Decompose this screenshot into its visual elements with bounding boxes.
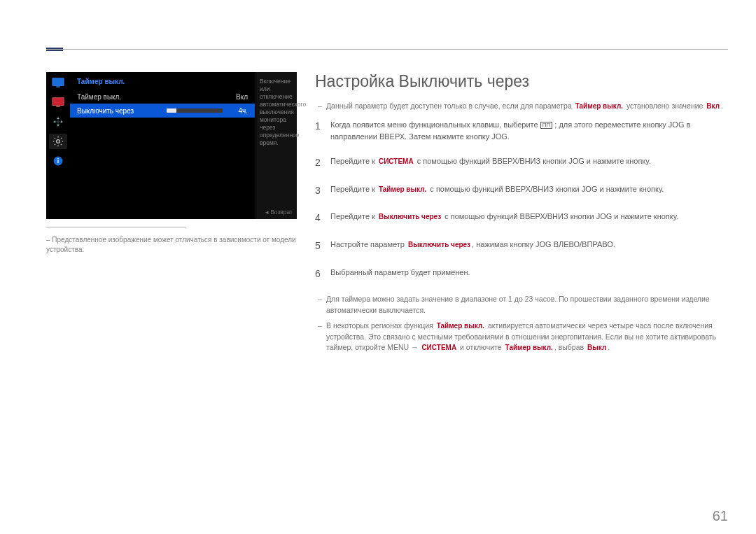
step-text: Перейдите к (330, 212, 377, 220)
figure-caption: – Представленное изображение может отлич… (46, 235, 298, 255)
osd-row-value: 4ч. (227, 107, 248, 115)
position-icon (49, 114, 67, 129)
osd-panel-title: Таймер выкл. (70, 72, 255, 90)
intro-note-a: Данный параметр будет доступен только в … (326, 101, 572, 110)
token-off: Выкл (586, 344, 608, 351)
step-body: Перейдите к СИСТЕМА с помощью функций ВВ… (330, 155, 728, 167)
svg-point-4 (57, 140, 60, 143)
osd-return-hint: ◂ Возврат (265, 209, 293, 216)
footer-note-2a: В некоторых регионах функция (326, 321, 433, 330)
step-number: 6 (315, 267, 330, 282)
token-turn-off-after: Выключить через (407, 241, 472, 248)
token-off-timer: Таймер выкл. (377, 185, 428, 193)
osd-slider-fill (167, 108, 176, 113)
osd-help-panel: Включение или отключение автоматического… (255, 72, 297, 219)
step-text: Перейдите к (330, 185, 377, 193)
info-icon: i (49, 153, 67, 169)
osd-icon-rail: i (46, 72, 70, 219)
svg-text:i: i (57, 157, 59, 164)
step-body: Когда появится меню функциональных клави… (330, 119, 728, 143)
header-rule (46, 49, 728, 50)
step-number: 2 (315, 155, 330, 171)
step-text: с помощью функций ВВЕРХ/ВНИЗ кнопки JOG … (415, 157, 651, 165)
page-number: 61 (713, 508, 728, 524)
osd-row-label: Выключить через (77, 107, 162, 115)
footer-note-2d: , выбрав (554, 343, 584, 351)
step-body: Перейдите к Таймер выкл. с помощью функц… (330, 183, 728, 195)
footer-note-1: Для таймера можно задать значение в диап… (315, 294, 728, 316)
step-text: с помощью функций ВВЕРХ/ВНИЗ кнопки JOG … (442, 212, 678, 220)
step-text: Выбранный параметр будет применен. (330, 268, 470, 276)
svg-rect-3 (56, 106, 59, 106)
svg-rect-1 (56, 86, 59, 87)
step-body: Выбранный параметр будет применен. (330, 267, 728, 279)
footer-note-1-text: Для таймера можно задать значение в диап… (326, 295, 710, 314)
page-title: Настройка Выключить через (315, 72, 728, 91)
step-number: 3 (315, 183, 330, 199)
step-number: 4 (315, 211, 330, 226)
osd-return-label: Возврат (270, 209, 293, 216)
caption-rule (46, 227, 186, 227)
svg-rect-0 (52, 78, 64, 86)
step-text: , нажимая кнопку JOG ВЛЕВО/ВПРАВО. (472, 240, 615, 248)
step-text: Когда появится меню функциональных клави… (330, 120, 540, 129)
step-body: Перейдите к Выключить через с помощью фу… (330, 211, 728, 223)
token-system: СИСТЕМА (420, 344, 458, 351)
step-2: 2 Перейдите к СИСТЕМА с помощью функций … (315, 155, 728, 171)
token-on: Вкл (705, 102, 721, 110)
menu-icon: ΠΠ (540, 122, 553, 129)
picture-icon (49, 75, 67, 90)
settings-icon (49, 134, 67, 149)
step-4: 4 Перейдите к Выключить через с помощью … (315, 211, 728, 226)
token-off-timer: Таймер выкл. (435, 322, 486, 330)
steps-list: 1 Когда появится меню функциональных кла… (315, 119, 728, 282)
svg-rect-2 (52, 98, 64, 106)
osd-main-panel: Таймер выкл. Таймер выкл. Вкл Выключить … (70, 72, 255, 219)
osd-row-value: Вкл (227, 93, 248, 101)
step-3: 3 Перейдите к Таймер выкл. с помощью фун… (315, 183, 728, 199)
footer-notes: Для таймера можно задать значение в диап… (315, 294, 728, 353)
main-content: Настройка Выключить через Данный парамет… (315, 72, 728, 358)
intro-note: Данный параметр будет доступен только в … (315, 101, 728, 112)
intro-note-b: установлено значение (626, 101, 703, 110)
osd-row-label: Таймер выкл. (77, 93, 227, 101)
token-off-timer: Таймер выкл. (504, 344, 554, 351)
osd-slider (167, 108, 223, 113)
step-1: 1 Когда появится меню функциональных кла… (315, 119, 728, 143)
step-5: 5 Настройте параметр Выключить через, на… (315, 239, 728, 254)
step-number: 5 (315, 239, 330, 254)
caption-bullet: – (46, 236, 50, 244)
token-turn-off-after: Выключить через (377, 213, 442, 220)
osd-row: Таймер выкл. Вкл (70, 90, 255, 104)
step-number: 1 (315, 119, 330, 134)
step-text: Настройте параметр (330, 240, 407, 248)
osd-row-selected: Выключить через 4ч. (70, 104, 255, 118)
osd-screenshot: i Таймер выкл. Таймер выкл. Вкл Выключит… (46, 72, 297, 219)
footer-note-2c: и отключите (460, 343, 502, 351)
step-6: 6 Выбранный параметр будет применен. (315, 267, 728, 282)
color-icon (49, 94, 67, 110)
footer-note-2: В некоторых регионах функция Таймер выкл… (315, 321, 728, 353)
step-text: с помощью функций ВВЕРХ/ВНИЗ кнопки JOG … (428, 185, 664, 193)
step-text: Перейдите к (330, 157, 377, 165)
step-body: Настройте параметр Выключить через, нажи… (330, 239, 728, 251)
osd-help-text: Включение или отключение автоматического… (260, 78, 306, 146)
token-system: СИСТЕМА (377, 157, 415, 165)
token-off-timer: Таймер выкл. (574, 102, 624, 110)
caption-text: Представленное изображение может отличат… (46, 236, 296, 253)
